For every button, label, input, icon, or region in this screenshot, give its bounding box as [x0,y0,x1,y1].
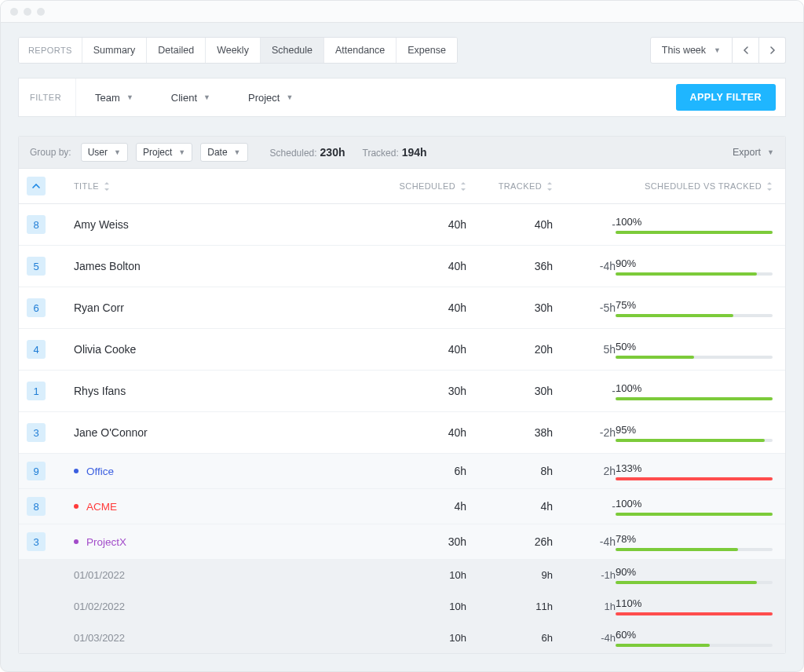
project-name[interactable]: ACME [86,501,117,513]
cell-scheduled: 4h [380,500,466,513]
project-name[interactable]: ProjectX [86,536,126,548]
expand-row-badge[interactable]: 4 [27,340,46,359]
column-tracked[interactable]: TRACKED [499,181,553,191]
progress-track [616,314,773,317]
table-header: TITLE SCHEDULED TRACKED SCHEDULED VS TRA… [19,169,785,204]
groupby-select-date[interactable]: Date▼ [200,143,247,162]
sort-icon [766,182,773,191]
cell-progress: 75% [616,299,773,317]
filter-label: FILTER [19,79,76,116]
groupby-select-project[interactable]: Project▼ [136,143,192,162]
project-name[interactable]: Office [86,466,114,477]
table-row: 4Olivia Cooke40h20h5h50% [19,329,785,371]
progress-track [616,548,773,551]
progress-track [616,644,773,647]
expand-row-badge[interactable]: 8 [27,497,46,516]
cell-scheduled: 10h [380,601,466,612]
tab-expense[interactable]: Expense [397,38,457,63]
progress-track [616,513,773,516]
filter-client[interactable]: Client ▼ [152,79,229,116]
row-title: Olivia Cooke [74,343,380,356]
row-title: James Bolton [74,260,380,272]
table-row: 3Jane O'Connor40h38h-2h95% [19,412,785,454]
progress-fill [616,548,738,551]
cell-progress: 90% [616,566,773,584]
row-title: Office [74,466,380,477]
row-title: 01/01/2022 [74,569,380,581]
sort-icon [546,182,553,191]
progress-track [616,581,773,584]
chevron-down-icon: ▼ [126,93,133,101]
progress-percent: 60% [616,629,773,641]
column-scheduled[interactable]: SCHEDULED [400,181,466,191]
expand-row-badge[interactable]: 5 [27,257,46,276]
tracked-total: Tracked:194h [363,146,427,159]
expand-row-badge[interactable]: 3 [27,532,46,551]
progress-percent: 100% [616,216,773,228]
progress-track [616,397,773,400]
groupby-select-user[interactable]: User▼ [81,143,128,162]
expand-row-badge[interactable]: 6 [27,298,46,317]
cell-tracked: 11h [466,601,553,612]
report-tabs-label: REPORTS [19,38,82,63]
topbar: REPORTS SummaryDetailedWeeklyScheduleAtt… [18,37,786,64]
table-body: 8Amy Weiss40h40h-100%5James Bolton40h36h… [19,204,785,653]
app-content: REPORTS SummaryDetailedWeeklyScheduleAtt… [1,23,803,671]
column-title[interactable]: TITLE [74,181,380,191]
report-panel: Group by: User▼Project▼Date▼ Scheduled:2… [18,136,786,654]
export-button[interactable]: Export ▼ [733,147,774,158]
date-range-label: This week [662,45,706,56]
expand-row-badge[interactable]: 9 [27,462,46,480]
project-dot-icon [74,539,79,544]
row-title: Rhys Ifans [74,385,380,397]
collapse-all-button[interactable] [27,177,46,195]
expand-row-badge[interactable]: 1 [27,382,46,400]
date-range-prev[interactable] [733,37,759,64]
column-scheduled-vs-tracked[interactable]: SCHEDULED VS TRACKED [645,181,773,191]
progress-fill [616,644,710,647]
sort-icon [460,182,466,191]
cell-scheduled: 30h [380,535,466,548]
filter-project[interactable]: Project ▼ [229,79,312,116]
filter-client-label: Client [171,92,197,104]
cell-delta: -4h [553,260,616,272]
chevron-right-icon [769,46,776,54]
cell-tracked: 30h [466,301,553,314]
tab-weekly[interactable]: Weekly [206,38,261,63]
row-title: ACME [74,501,380,513]
progress-percent: 50% [616,341,773,352]
cell-scheduled: 30h [380,385,466,397]
project-dot-icon [74,469,79,473]
expand-row-badge[interactable]: 8 [27,215,46,234]
date-range-next[interactable] [759,37,786,64]
chevron-up-icon [32,183,40,189]
progress-fill [616,612,773,615]
cell-delta: 5h [553,343,616,356]
table-row: 8ACME4h4h-100% [19,489,785,524]
filter-project-label: Project [248,92,280,104]
chevron-down-icon: ▼ [767,148,774,156]
cell-progress: 100% [616,498,773,516]
filter-team[interactable]: Team ▼ [76,79,152,116]
chevron-down-icon: ▼ [714,46,721,54]
export-label: Export [733,147,761,158]
progress-fill [616,439,765,442]
cell-delta: 1h [553,601,616,612]
sort-icon [104,182,110,191]
expand-row-badge[interactable]: 3 [27,423,46,442]
row-title: Amy Weiss [74,218,380,231]
progress-percent: 100% [616,498,773,509]
tab-detailed[interactable]: Detailed [147,38,206,63]
progress-track [616,231,773,234]
window-dot-icon [37,8,45,16]
cell-scheduled: 10h [380,569,466,581]
report-tabs: REPORTS SummaryDetailedWeeklyScheduleAtt… [18,37,458,64]
apply-filter-button[interactable]: APPLY FILTER [676,84,776,111]
tab-summary[interactable]: Summary [82,38,147,63]
date-range-button[interactable]: This week ▼ [650,37,733,64]
cell-tracked: 38h [466,426,553,439]
tab-attendance[interactable]: Attendance [324,38,397,63]
progress-fill [616,397,773,400]
tab-schedule[interactable]: Schedule [261,38,324,63]
cell-progress: 100% [616,382,773,400]
